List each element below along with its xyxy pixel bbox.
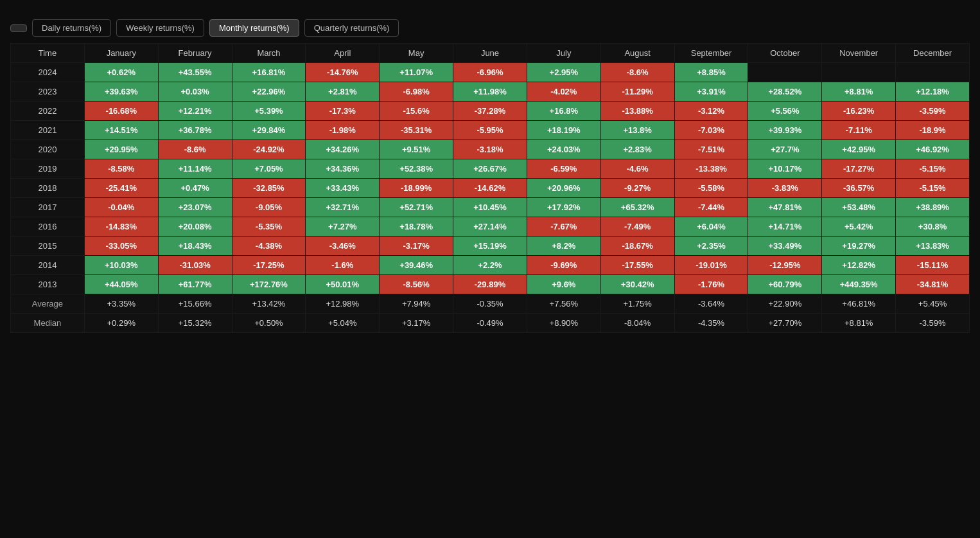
median-cell: -8.04%: [600, 314, 674, 333]
average-cell: +22.90%: [748, 294, 822, 314]
table-row: 2015-33.05%+18.43%-4.38%-3.46%-3.17%+15.…: [11, 237, 970, 256]
return-cell: +8.85%: [674, 63, 748, 82]
col-header-january: January: [84, 44, 158, 63]
table-row: 2013+44.05%+61.77%+172.76%+50.01%-8.56%-…: [11, 275, 970, 294]
median-cell: -4.35%: [674, 314, 748, 333]
average-cell: +7.56%: [527, 294, 600, 314]
return-cell: +61.77%: [158, 275, 232, 294]
return-cell: +2.95%: [527, 63, 600, 82]
median-cell: -0.49%: [453, 314, 527, 333]
return-cell: -8.56%: [380, 275, 453, 294]
average-cell: -0.35%: [453, 294, 527, 314]
return-cell: +33.49%: [748, 237, 822, 256]
return-cell: +30.8%: [896, 217, 970, 237]
return-cell: +33.43%: [306, 179, 380, 198]
return-cell: +14.51%: [84, 121, 158, 140]
return-cell: -1.76%: [674, 275, 748, 294]
year-cell: 2017: [11, 198, 85, 217]
return-cell: +27.14%: [453, 217, 527, 237]
return-cell: -5.15%: [896, 179, 970, 198]
return-cell: -3.18%: [453, 140, 527, 159]
table-row: 2017-0.04%+23.07%-9.05%+32.71%+52.71%+10…: [11, 198, 970, 217]
table-row: 2021+14.51%+36.78%+29.84%-1.98%-35.31%-5…: [11, 121, 970, 140]
return-cell: +10.17%: [748, 159, 822, 179]
return-cell: [896, 63, 970, 82]
return-cell: +14.71%: [748, 217, 822, 237]
col-header-june: June: [453, 44, 527, 63]
asset-selector[interactable]: [10, 24, 27, 32]
return-cell: +43.55%: [158, 63, 232, 82]
return-cell: +24.03%: [527, 140, 600, 159]
return-cell: +39.93%: [748, 121, 822, 140]
return-cell: -15.11%: [896, 256, 970, 275]
tab-quarterly[interactable]: Quarterly returns(%): [304, 19, 399, 37]
return-cell: +47.81%: [748, 198, 822, 217]
year-cell: 2019: [11, 159, 85, 179]
return-cell: -18.9%: [896, 121, 970, 140]
return-cell: -4.38%: [232, 237, 306, 256]
table-row: 2018-25.41%+0.47%-32.85%+33.43%-18.99%-1…: [11, 179, 970, 198]
return-cell: +13.8%: [600, 121, 674, 140]
return-cell: -13.38%: [674, 159, 748, 179]
returns-table: TimeJanuaryFebruaryMarchAprilMayJuneJuly…: [10, 43, 970, 333]
return-cell: +8.81%: [822, 82, 896, 102]
return-cell: +5.42%: [822, 217, 896, 237]
return-cell: -36.57%: [822, 179, 896, 198]
return-cell: -6.96%: [453, 63, 527, 82]
average-cell: +5.45%: [896, 294, 970, 314]
return-cell: +52.71%: [380, 198, 453, 217]
return-cell: -5.15%: [896, 159, 970, 179]
return-cell: +53.48%: [822, 198, 896, 217]
average-row: Average+3.35%+15.66%+13.42%+12.98%+7.94%…: [11, 294, 970, 314]
year-cell: 2015: [11, 237, 85, 256]
year-cell: 2023: [11, 82, 85, 102]
return-cell: +12.82%: [822, 256, 896, 275]
return-cell: -14.83%: [84, 217, 158, 237]
return-cell: -17.55%: [600, 256, 674, 275]
return-cell: -25.41%: [84, 179, 158, 198]
table-row: 2014+10.03%-31.03%-17.25%-1.6%+39.46%+2.…: [11, 256, 970, 275]
return-cell: +30.42%: [600, 275, 674, 294]
return-cell: +11.07%: [380, 63, 453, 82]
return-cell: +2.83%: [600, 140, 674, 159]
return-cell: -8.6%: [158, 140, 232, 159]
return-cell: -6.98%: [380, 82, 453, 102]
return-cell: -7.49%: [600, 217, 674, 237]
return-cell: +42.95%: [822, 140, 896, 159]
return-cell: -17.27%: [822, 159, 896, 179]
year-cell: 2021: [11, 121, 85, 140]
return-cell: -11.29%: [600, 82, 674, 102]
return-cell: -7.03%: [674, 121, 748, 140]
return-cell: +0.03%: [158, 82, 232, 102]
return-cell: -18.67%: [600, 237, 674, 256]
return-cell: +9.6%: [527, 275, 600, 294]
tab-weekly[interactable]: Weekly returns(%): [116, 19, 204, 37]
return-cell: -12.95%: [748, 256, 822, 275]
return-cell: +11.98%: [453, 82, 527, 102]
return-cell: +9.51%: [380, 140, 453, 159]
average-cell: +1.75%: [600, 294, 674, 314]
return-cell: +16.8%: [527, 102, 600, 121]
return-cell: +3.91%: [674, 82, 748, 102]
return-cell: +52.38%: [380, 159, 453, 179]
return-cell: -4.6%: [600, 159, 674, 179]
return-cell: -24.92%: [232, 140, 306, 159]
return-cell: +26.67%: [453, 159, 527, 179]
col-header-march: March: [232, 44, 306, 63]
average-cell: +46.81%: [822, 294, 896, 314]
year-cell: 2016: [11, 217, 85, 237]
return-cell: -29.89%: [453, 275, 527, 294]
return-cell: +29.95%: [84, 140, 158, 159]
tab-monthly[interactable]: Monthly returns(%): [209, 19, 299, 37]
return-cell: -18.99%: [380, 179, 453, 198]
col-header-august: August: [600, 44, 674, 63]
tab-daily[interactable]: Daily returns(%): [32, 19, 111, 37]
return-cell: +172.76%: [232, 275, 306, 294]
return-cell: -15.6%: [380, 102, 453, 121]
return-cell: -6.59%: [527, 159, 600, 179]
return-cell: +29.84%: [232, 121, 306, 140]
return-cell: +39.46%: [380, 256, 453, 275]
return-cell: -8.6%: [600, 63, 674, 82]
return-cell: -7.44%: [674, 198, 748, 217]
col-header-february: February: [158, 44, 232, 63]
